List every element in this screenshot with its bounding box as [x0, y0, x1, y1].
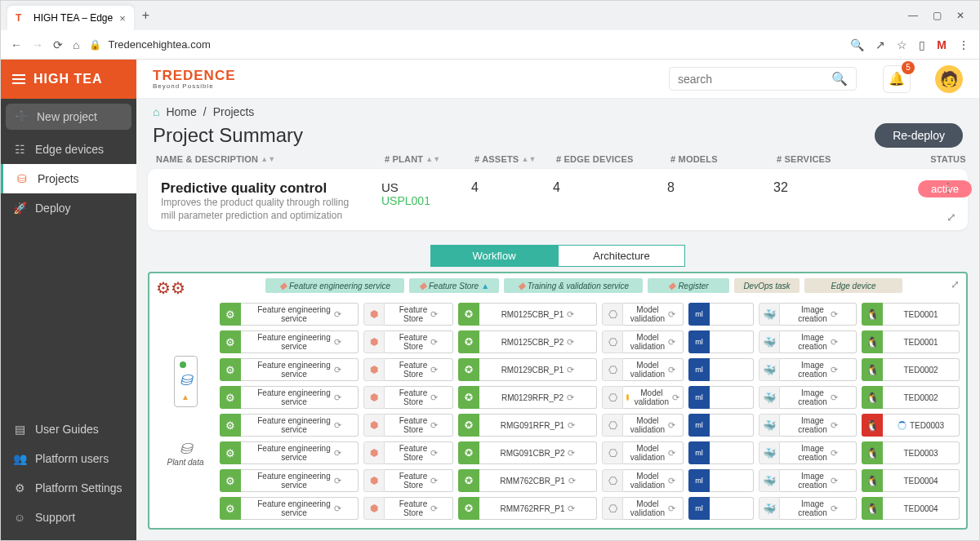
workflow-node[interactable]: 🐧 TED0004 — [862, 497, 960, 520]
workflow-node[interactable]: ml — [688, 386, 754, 409]
sidebar-item-platform-settings[interactable]: ⚙ Platform Settings — [1, 473, 136, 503]
workflow-node[interactable]: ml — [688, 414, 754, 437]
avatar[interactable]: 🧑 — [935, 65, 963, 93]
search-input[interactable] — [678, 73, 831, 86]
sidebar-item-user-guides[interactable]: ▤ User Guides — [1, 415, 136, 444]
tab-architecture[interactable]: Architecture — [558, 245, 685, 267]
workflow-node[interactable]: ⎔ Modelvalidation⟳ — [602, 358, 684, 381]
workflow-node[interactable]: ⎔ Modelvalidation⟳ — [602, 330, 684, 353]
star-icon[interactable]: ☆ — [897, 38, 907, 51]
workflow-node[interactable]: 🐳 Imagecreation⟳ — [759, 330, 857, 353]
workflow-node[interactable]: 🐳 Imagecreation⟳ — [759, 469, 857, 492]
workflow-node[interactable]: ⚙ Feature engineeringservice⟳ — [220, 330, 359, 353]
search-icon[interactable]: 🔍 — [850, 38, 864, 51]
workflow-node[interactable]: 🐧 TED0002 — [862, 386, 960, 409]
workflow-node[interactable]: ml — [688, 303, 754, 326]
search-icon[interactable]: 🔍 — [831, 71, 848, 86]
workflow-node[interactable]: ml — [688, 441, 754, 464]
workflow-node[interactable]: 🐧 TED0001 — [862, 330, 960, 353]
plant-data-node[interactable]: ⛁ ▲ — [174, 356, 198, 407]
workflow-node[interactable]: ✪ RMG091RFR_P1⟳ — [458, 414, 597, 437]
gmail-icon[interactable]: M — [937, 38, 947, 51]
forward-icon[interactable]: → — [32, 38, 43, 51]
workflow-node[interactable]: ⬢ FeatureStore⟳ — [363, 497, 453, 520]
new-tab-button[interactable]: + — [134, 8, 158, 23]
fullscreen-icon[interactable]: ⤢ — [951, 278, 960, 290]
workflow-node[interactable]: 🐧 TED0003 — [862, 441, 960, 464]
workflow-node[interactable]: 🐳 Imagecreation⟳ — [759, 414, 857, 437]
back-icon[interactable]: ← — [11, 38, 22, 51]
url-text[interactable]: Tredencehightea.com — [108, 38, 210, 51]
col-assets[interactable]: # ASSETS▲▼ — [474, 154, 556, 164]
workflow-node[interactable]: ⬢ FeatureStore⟳ — [363, 469, 453, 492]
workflow-node[interactable]: ml — [688, 469, 754, 492]
workflow-node[interactable]: ⚙ Feature engineeringservice⟳ — [220, 386, 359, 409]
home-icon[interactable]: ⌂ — [153, 105, 159, 118]
breadcrumb-home[interactable]: Home — [166, 105, 196, 118]
workflow-node[interactable]: 🐳 Imagecreation⟳ — [759, 497, 857, 520]
redeploy-button[interactable]: Re-deploy — [875, 123, 963, 148]
workflow-node[interactable]: ✪ RM0129CBR_P1⟳ — [458, 358, 597, 381]
workflow-node[interactable]: 🐳 Imagecreation⟳ — [759, 303, 857, 326]
home-icon[interactable]: ⌂ — [73, 38, 79, 51]
sidebar-item-deploy[interactable]: 🚀 Deploy — [1, 193, 136, 223]
workflow-node[interactable]: ⎔ Modelvalidation⟳ — [602, 386, 684, 409]
breadcrumb-page[interactable]: Projects — [213, 105, 255, 118]
device-icon[interactable]: ▯ — [919, 38, 925, 51]
workflow-node[interactable]: ✪ RM0125CBR_P1⟳ — [458, 303, 597, 326]
share-icon[interactable]: ↗ — [875, 38, 885, 51]
workflow-node[interactable]: ml — [688, 497, 754, 520]
window-maximize-icon[interactable]: ▢ — [933, 10, 942, 21]
window-minimize-icon[interactable]: — — [908, 10, 918, 21]
workflow-node[interactable]: ml — [688, 358, 754, 381]
workflow-node[interactable]: 🐳 Imagecreation⟳ — [759, 386, 857, 409]
workflow-node[interactable]: 🐳 Imagecreation⟳ — [759, 441, 857, 464]
close-tab-icon[interactable]: × — [119, 12, 126, 24]
workflow-node[interactable]: ✪ RMG091CBR_P2⟳ — [458, 441, 597, 464]
window-close-icon[interactable]: ✕ — [956, 10, 964, 21]
sidebar-item-platform-users[interactable]: 👥 Platform users — [1, 444, 136, 473]
sidebar-item-edge-devices[interactable]: ☷ Edge devices — [1, 135, 136, 164]
workflow-node[interactable]: ⚙ Feature engineeringservice⟳ — [220, 303, 359, 326]
workflow-node[interactable]: ⬢ FeatureStore⟳ — [363, 330, 453, 353]
notifications-button[interactable]: 🔔 5 — [883, 65, 911, 93]
workflow-node[interactable]: ⎔ Modelvalidation⟳ — [602, 441, 684, 464]
workflow-node[interactable]: ⎔ Modelvalidation⟳ — [602, 469, 684, 492]
new-project-button[interactable]: ➕ New project — [6, 104, 131, 130]
workflow-node[interactable]: 🐧 TED0003 — [862, 414, 960, 437]
workflow-node[interactable]: 🐧 TED0004 — [862, 469, 960, 492]
workflow-node[interactable]: 🐧 TED0002 — [862, 358, 960, 381]
workflow-node[interactable]: ⬢ FeatureStore⟳ — [363, 386, 453, 409]
reload-icon[interactable]: ⟳ — [53, 38, 63, 51]
menu-dots-icon[interactable]: ⋮ — [958, 38, 969, 51]
workflow-node[interactable]: ⚙ Feature engineeringservice⟳ — [220, 358, 359, 381]
workflow-node[interactable]: ⚙ Feature engineeringservice⟳ — [220, 414, 359, 437]
workflow-node[interactable]: ⬢ FeatureStore⟳ — [363, 358, 453, 381]
col-name[interactable]: NAME & DESCRIPTION▲▼ — [156, 154, 385, 164]
browser-tab[interactable]: T HIGH TEA – Edge × — [7, 6, 134, 30]
search-input-wrap[interactable]: 🔍 — [669, 67, 857, 91]
workflow-node[interactable]: ⚙ Feature engineeringservice⟳ — [220, 497, 359, 520]
tab-workflow[interactable]: Workflow — [430, 245, 558, 267]
menu-icon[interactable] — [12, 74, 25, 84]
expand-icon[interactable]: ⤢ — [947, 211, 956, 224]
workflow-node[interactable]: ⎔ Modelvalidation⟳ — [602, 414, 684, 437]
col-plant[interactable]: # PLANT▲▼ — [385, 154, 474, 164]
card-menu-icon[interactable]: ⋮ — [942, 180, 955, 196]
workflow-node[interactable]: ⎔ Modelvalidation⟳ — [602, 497, 684, 520]
workflow-node[interactable]: ⎔ Modelvalidation⟳ — [602, 303, 684, 326]
workflow-node[interactable]: ⚙ Feature engineeringservice⟳ — [220, 469, 359, 492]
workflow-node[interactable]: ✪ RM0125CBR_P2⟳ — [458, 330, 597, 353]
workflow-node[interactable]: ⬢ FeatureStore⟳ — [363, 414, 453, 437]
workflow-node[interactable]: ⬢ FeatureStore⟳ — [363, 441, 453, 464]
workflow-node[interactable]: 🐳 Imagecreation⟳ — [759, 358, 857, 381]
workflow-node[interactable]: ⬢ FeatureStore⟳ — [363, 303, 453, 326]
workflow-node[interactable]: 🐧 TED0001 — [862, 303, 960, 326]
workflow-node[interactable]: ✪ RMM762RFR_P1⟳ — [458, 497, 597, 520]
workflow-node[interactable]: ✪ RM0129RFR_P2⟳ — [458, 386, 597, 409]
sidebar-item-support[interactable]: ☺ Support — [1, 503, 136, 532]
workflow-node[interactable]: ✪ RMM762CBR_P1⟳ — [458, 469, 597, 492]
sidebar-item-projects[interactable]: ⛁ Projects — [1, 164, 136, 193]
workflow-node[interactable]: ml — [688, 330, 754, 353]
workflow-node[interactable]: ⚙ Feature engineeringservice⟳ — [220, 441, 359, 464]
